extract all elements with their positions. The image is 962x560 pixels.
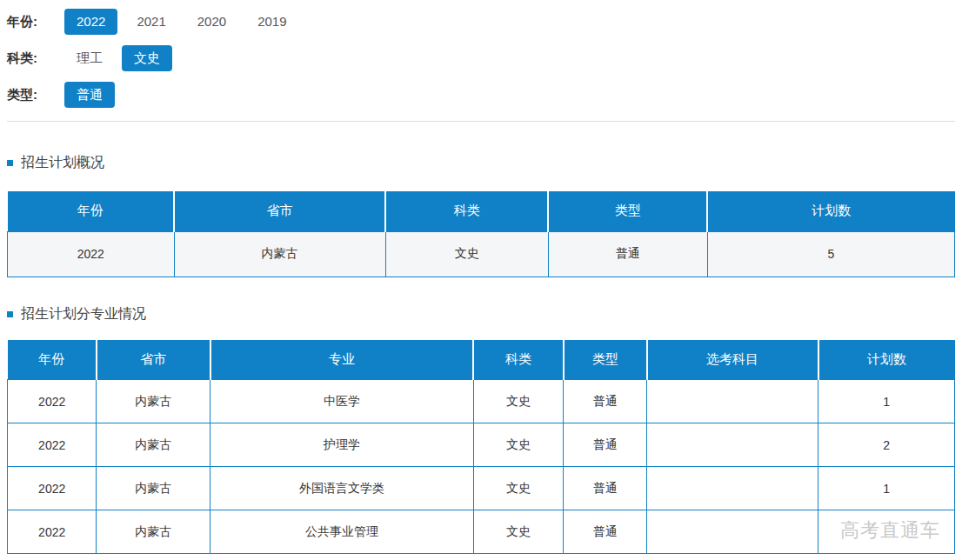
cell-plan-count: 5 — [707, 231, 954, 277]
cell-major: 中医学 — [210, 380, 474, 423]
overview-table-header: 年份 省市 科类 类型 计划数 — [8, 191, 955, 231]
section-title-overview-text: 招生计划概况 — [21, 154, 104, 172]
year-option-2021[interactable]: 2021 — [124, 9, 177, 35]
table-row: 2022 内蒙古 护理学 文史 普通 2 — [8, 423, 955, 467]
overview-table: 年份 省市 科类 类型 计划数 2022 内蒙古 文史 普通 5 — [7, 191, 955, 277]
cell-elective-subjects — [647, 380, 818, 423]
cell-type: 普通 — [564, 423, 647, 467]
cell-year: 2022 — [8, 380, 97, 423]
overview-header-province: 省市 — [174, 191, 385, 231]
subject-options: 理工 文史 — [64, 45, 172, 71]
filter-row-subject: 科类: 理工 文史 — [7, 45, 955, 71]
filter-label-type: 类型: — [7, 87, 64, 103]
cell-elective-subjects — [647, 423, 818, 467]
overview-header-plan-count: 计划数 — [707, 191, 954, 231]
type-options: 普通 — [64, 82, 115, 108]
cell-subject: 文史 — [473, 423, 563, 467]
major-header-year: 年份 — [8, 340, 97, 380]
cell-subject: 文史 — [473, 380, 563, 423]
major-header-plan-count: 计划数 — [818, 340, 955, 380]
divider — [7, 121, 955, 122]
cell-subject: 文史 — [473, 467, 563, 510]
cell-year: 2022 — [8, 423, 97, 467]
subject-option-science[interactable]: 理工 — [64, 45, 115, 71]
filter-row-type: 类型: 普通 — [7, 82, 955, 108]
table-row: 2022 内蒙古 中医学 文史 普通 1 — [8, 380, 955, 423]
filter-panel: 年份: 2022 2021 2020 2019 科类: 理工 文史 类型: 普通 — [7, 9, 955, 108]
year-option-2019[interactable]: 2019 — [245, 9, 298, 35]
filter-label-year: 年份: — [7, 14, 64, 30]
cell-subject: 文史 — [385, 231, 548, 277]
cell-elective-subjects — [647, 467, 818, 510]
cell-major: 外国语言文学类 — [210, 467, 474, 510]
cell-type: 普通 — [564, 510, 647, 554]
bullet-icon — [7, 311, 13, 317]
cell-province: 内蒙古 — [97, 467, 210, 510]
table-header-row: 年份 省市 科类 类型 计划数 — [8, 191, 955, 231]
filter-label-subject: 科类: — [7, 50, 64, 67]
major-header-subject: 科类 — [473, 340, 563, 380]
overview-header-subject: 科类 — [385, 191, 548, 231]
cell-plan-count — [818, 510, 955, 554]
cell-major: 公共事业管理 — [210, 510, 474, 554]
filter-row-year: 年份: 2022 2021 2020 2019 — [7, 9, 955, 35]
major-table-wrapper: 年份 省市 专业 科类 类型 选考科目 计划数 2022 内蒙古 中医学 文史 … — [7, 340, 955, 555]
admission-plan-page: 年份: 2022 2021 2020 2019 科类: 理工 文史 类型: 普通… — [0, 0, 962, 554]
overview-header-year: 年份 — [8, 191, 175, 231]
section-title-by-major-text: 招生计划分专业情况 — [21, 305, 146, 323]
major-header-elective-subjects: 选考科目 — [647, 340, 818, 380]
cell-province: 内蒙古 — [174, 231, 385, 277]
major-table-header: 年份 省市 专业 科类 类型 选考科目 计划数 — [8, 340, 955, 380]
year-options: 2022 2021 2020 2019 — [64, 9, 299, 35]
cell-subject: 文史 — [473, 510, 563, 554]
cell-major: 护理学 — [210, 423, 474, 467]
table-row: 2022 内蒙古 文史 普通 5 — [8, 231, 955, 277]
cell-province: 内蒙古 — [97, 510, 210, 554]
section-title-overview: 招生计划概况 — [7, 154, 955, 172]
bullet-icon — [7, 160, 13, 166]
subject-option-liberal-arts[interactable]: 文史 — [122, 45, 172, 71]
cell-type: 普通 — [548, 231, 707, 277]
major-header-major: 专业 — [210, 340, 474, 380]
year-option-2020[interactable]: 2020 — [185, 9, 238, 35]
cell-type: 普通 — [564, 380, 647, 423]
overview-header-type: 类型 — [548, 191, 707, 231]
cell-province: 内蒙古 — [97, 423, 210, 467]
major-header-province: 省市 — [97, 340, 210, 380]
major-header-type: 类型 — [564, 340, 647, 380]
year-option-2022[interactable]: 2022 — [64, 9, 117, 35]
cell-type: 普通 — [564, 467, 647, 510]
cell-elective-subjects — [647, 510, 818, 554]
table-header-row: 年份 省市 专业 科类 类型 选考科目 计划数 — [8, 340, 955, 380]
cell-province: 内蒙古 — [97, 380, 210, 423]
cell-year: 2022 — [8, 510, 97, 554]
section-title-by-major: 招生计划分专业情况 — [7, 305, 955, 323]
cell-plan-count: 1 — [818, 467, 955, 510]
cell-year: 2022 — [8, 231, 175, 277]
cell-plan-count: 2 — [818, 423, 955, 467]
table-row: 2022 内蒙古 公共事业管理 文史 普通 — [8, 510, 955, 554]
table-row: 2022 内蒙古 外国语言文学类 文史 普通 1 — [8, 467, 955, 510]
cell-plan-count: 1 — [818, 380, 955, 423]
type-option-regular[interactable]: 普通 — [64, 82, 115, 108]
major-table: 年份 省市 专业 科类 类型 选考科目 计划数 2022 内蒙古 中医学 文史 … — [7, 340, 955, 555]
cell-year: 2022 — [8, 467, 97, 510]
